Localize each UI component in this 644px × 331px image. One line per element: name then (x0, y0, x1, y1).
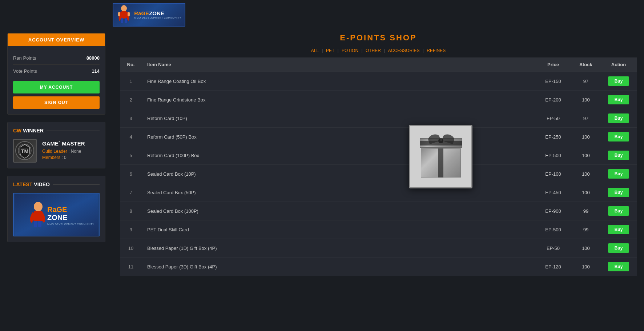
buy-button[interactable]: Buy (608, 169, 629, 179)
cell-action: Buy (600, 239, 637, 258)
buy-button[interactable]: Buy (608, 262, 629, 271)
buy-button[interactable]: Buy (608, 132, 629, 141)
filter-nav: ALL | PET | POTION | OTHER | ACCESSORIES… (120, 48, 637, 53)
latest-title-highlight: LATEST (13, 182, 32, 187)
cell-stock: 100 (571, 146, 600, 165)
buy-button[interactable]: Buy (608, 151, 629, 160)
cw-title-highlight: CW (13, 128, 21, 133)
cell-stock: 100 (571, 128, 600, 146)
cell-no: 11 (120, 258, 142, 276)
cell-action: Buy (600, 220, 637, 239)
latest-video-panel: LATEST VIDEO (7, 176, 105, 242)
account-stats: Ran Points 88000 Vote Points 114 MY ACCO… (8, 46, 105, 114)
col-no: No. (120, 57, 142, 72)
item-popup-overlay (409, 125, 472, 188)
guild-emblem-icon: TM (15, 141, 35, 161)
cell-action: Buy (600, 72, 637, 91)
table-row: 9 PET Dual Skill Card EP-500 99 Buy (120, 220, 637, 239)
cell-no: 9 (120, 220, 142, 239)
svg-rect-13 (34, 221, 37, 227)
cell-action: Buy (600, 146, 637, 165)
buy-button[interactable]: Buy (608, 243, 629, 253)
account-overview-panel: ACCOUNT OVERVIEW Ran Points 88000 Vote P… (7, 33, 105, 115)
svg-text:TM: TM (21, 148, 28, 154)
svg-rect-1 (121, 11, 127, 19)
cell-price: EP-500 (535, 220, 571, 239)
cell-no: 8 (120, 202, 142, 220)
buy-button[interactable]: Buy (608, 225, 629, 234)
filter-accessories[interactable]: ACCESSORIES (386, 48, 422, 53)
cell-item-name: Blessed Paper (3D) Gift Box (4P) (142, 258, 535, 276)
shop-title-text: E-POINTS SHOP (340, 33, 416, 43)
table-row: 3 Reform Card (10P) EP-50 97 Buy (120, 109, 637, 128)
members-row: Members : 0 (42, 155, 100, 160)
video-thumbnail[interactable]: RaGE ZONE MMO DEVELOPMENT COMMUNITY (13, 193, 100, 236)
sign-out-button[interactable]: SIGN OUT (13, 96, 100, 109)
col-item-name: Item Name (142, 57, 535, 72)
cell-item-name: PET Dual Skill Card (142, 220, 535, 239)
table-row: 1 Fine Range Coating Oil Box EP-150 97 B… (120, 72, 637, 91)
cell-item-name: Sealed Card Box (50P) (142, 183, 535, 202)
svg-text:ZONE: ZONE (47, 214, 68, 222)
buy-button[interactable]: Buy (608, 76, 629, 86)
account-overview-header: ACCOUNT OVERVIEW (8, 33, 105, 46)
cell-item-name: Reform Card (10P) (142, 109, 535, 128)
vote-points-label: Vote Points (13, 68, 37, 74)
cell-stock: 100 (571, 239, 600, 258)
cell-action: Buy (600, 258, 637, 276)
svg-rect-3 (125, 18, 127, 23)
cell-item-name: Sealed Card Box (10P) (142, 165, 535, 183)
svg-point-0 (121, 5, 127, 12)
cell-action: Buy (600, 165, 637, 183)
cell-stock: 99 (571, 202, 600, 220)
svg-rect-5 (128, 12, 130, 16)
table-row: 4 Reform Card (50P) Box EP-250 100 Buy (120, 128, 637, 146)
filter-pet[interactable]: PET (324, 48, 336, 53)
cw-winner-title: CW WINNER (13, 128, 100, 133)
table-row: 10 Blessed Paper (1D) Gift Box (4P) EP-5… (120, 239, 637, 258)
buy-button[interactable]: Buy (608, 113, 629, 123)
shop-table: No. Item Name Price Stock Action 1 Fine … (120, 57, 637, 276)
buy-button[interactable]: Buy (608, 206, 629, 216)
site-logo[interactable]: RaGEZONE MMO DEVELOPMENT COMMUNITY (113, 3, 185, 27)
filter-all[interactable]: ALL (309, 48, 321, 53)
filter-potion[interactable]: POTION (340, 48, 360, 53)
col-action: Action (600, 57, 637, 72)
logo-zone: ZONE (149, 10, 164, 16)
cell-no: 1 (120, 72, 142, 91)
cw-title-rest: WINNER (21, 128, 44, 133)
my-account-button[interactable]: MY ACCOUNT (13, 81, 100, 93)
svg-rect-4 (118, 12, 120, 16)
cell-no: 3 (120, 109, 142, 128)
main-content: E-POINTS SHOP ALL | PET | POTION | OTHER… (113, 29, 644, 280)
cell-price: EP-50 (535, 109, 571, 128)
shop-table-wrapper: No. Item Name Price Stock Action 1 Fine … (120, 57, 637, 276)
winner-info: GAME` MASTER Guild Leader : None Members… (42, 140, 100, 161)
table-row: 11 Blessed Paper (3D) Gift Box (4P) EP-1… (120, 258, 637, 276)
shop-title: E-POINTS SHOP (120, 33, 637, 43)
buy-button[interactable]: Buy (608, 188, 629, 197)
col-price: Price (535, 57, 571, 72)
cell-no: 2 (120, 91, 142, 109)
cell-price: EP-450 (535, 183, 571, 202)
cell-stock: 99 (571, 220, 600, 239)
table-body: 1 Fine Range Coating Oil Box EP-150 97 B… (120, 72, 637, 276)
cell-action: Buy (600, 91, 637, 109)
cell-stock: 100 (571, 165, 600, 183)
winner-avatar: TM (13, 139, 37, 163)
cw-winner-divider (47, 131, 100, 131)
table-row: 5 Reform Card (100P) Box EP-500 100 Buy (120, 146, 637, 165)
ran-points-label: Ran Points (13, 55, 36, 61)
shop-title-left-line (120, 38, 334, 38)
filter-refines[interactable]: REFINES (425, 48, 447, 53)
members-value: : 0 (61, 155, 66, 160)
buy-button[interactable]: Buy (608, 95, 629, 104)
gift-box-preview (417, 133, 464, 180)
cell-stock: 100 (571, 91, 600, 109)
winner-card: TM GAME` MASTER Guild Leader : None Memb… (13, 139, 100, 163)
filter-other[interactable]: OTHER (364, 48, 383, 53)
cell-price: EP-100 (535, 165, 571, 183)
cell-price: EP-120 (535, 258, 571, 276)
ran-points-value: 88000 (86, 55, 100, 61)
latest-video-title: LATEST VIDEO (13, 182, 100, 187)
